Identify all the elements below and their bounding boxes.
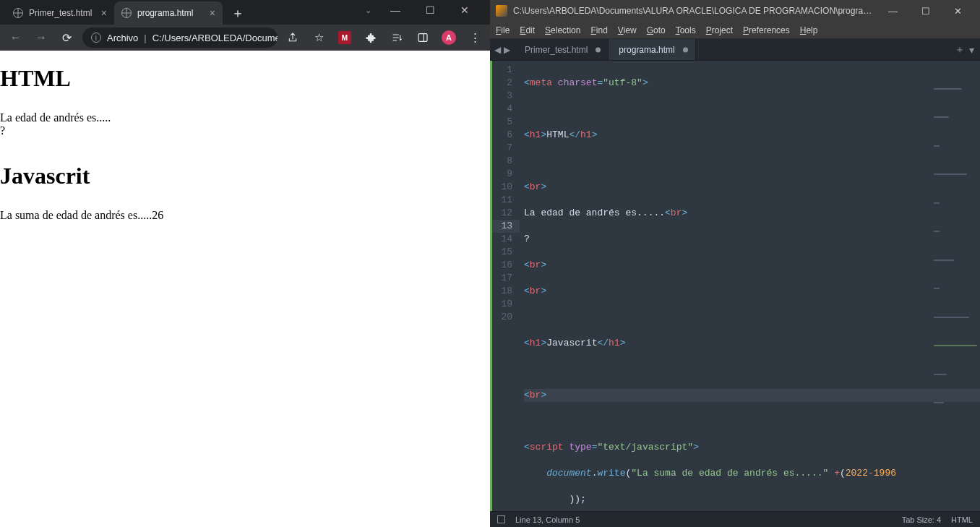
panel-switcher-icon[interactable]	[497, 515, 505, 523]
page-heading-html: HTML	[0, 65, 490, 92]
page-text-line: La suma de edad de andrés es.....26	[0, 209, 490, 222]
page-text-line: La edad de andrés es.....	[0, 111, 490, 124]
minimize-button[interactable]: —	[384, 4, 406, 16]
page-heading-js: Javascrit	[0, 163, 490, 189]
globe-icon	[121, 8, 132, 18]
profile-avatar[interactable]: A	[439, 28, 458, 47]
sublime-menubar: File Edit Selection Find View Goto Tools…	[490, 22, 980, 39]
share-icon[interactable]	[283, 28, 302, 47]
sublime-statusbar: Line 13, Column 5 Tab Size: 4 HTML	[490, 511, 980, 527]
tab-dropdown-button[interactable]: ▾	[969, 44, 974, 56]
page-text-line: ?	[0, 124, 490, 137]
minimap[interactable]	[929, 61, 980, 511]
toolbar-actions: ☆ M A ⋮	[283, 28, 484, 47]
minimize-button[interactable]: —	[877, 6, 909, 17]
code-area[interactable]: <meta charset="utf-8"> <h1>HTML</h1> <br…	[520, 61, 980, 511]
reading-list-icon[interactable]	[387, 28, 406, 47]
tab-history-nav[interactable]: ◀ ▶	[490, 39, 515, 60]
close-button[interactable]: ✕	[454, 4, 476, 16]
extensions-icon[interactable]	[361, 28, 380, 47]
close-icon[interactable]: ×	[101, 8, 107, 18]
chrome-tab-strip: Primer_test.html × programa.html × ＋	[6, 0, 357, 25]
tab-title: programa.html	[137, 8, 204, 18]
menu-preferences[interactable]: Preferences	[743, 25, 790, 35]
menu-find[interactable]: Find	[590, 25, 607, 35]
tab-actions: ＋ ▾	[949, 39, 980, 60]
dirty-indicator-icon	[596, 47, 601, 52]
maximize-button[interactable]: ☐	[909, 6, 942, 17]
tab-title: Primer_test.html	[29, 8, 95, 18]
sublime-tab-2[interactable]: programa.html	[609, 39, 695, 60]
menu-project[interactable]: Project	[706, 25, 733, 35]
menu-edit[interactable]: Edit	[520, 25, 535, 35]
tab-title: Primer_test.html	[525, 45, 588, 55]
chrome-titlebar: Primer_test.html × programa.html × ＋ ⌄ —…	[0, 0, 490, 25]
sidepanel-icon[interactable]	[413, 28, 432, 47]
sublime-logo-icon	[496, 5, 507, 17]
menu-help[interactable]: Help	[800, 25, 818, 35]
reload-button[interactable]: ⟳	[57, 27, 77, 48]
sublime-tab-1[interactable]: Primer_test.html	[515, 39, 609, 60]
omnibox-label: Archivo	[107, 33, 138, 43]
maximize-button[interactable]: ☐	[419, 4, 441, 16]
tab-size[interactable]: Tab Size: 4	[902, 515, 941, 524]
chrome-tab-1[interactable]: Primer_test.html ×	[6, 1, 114, 25]
forward-button[interactable]: →	[31, 27, 51, 48]
tab-title: programa.html	[619, 45, 674, 55]
sublime-title: C:\Users\ARBOLEDA\Documents\ALURA ORACLE…	[513, 6, 877, 16]
syntax-mode[interactable]: HTML	[951, 515, 973, 524]
new-tab-button[interactable]: ＋	[223, 1, 253, 25]
mendeley-extension-icon[interactable]: M	[335, 28, 354, 47]
menu-icon[interactable]: ⋮	[465, 28, 484, 47]
page-content: HTML La edad de andrés es..... ? Javascr…	[0, 51, 490, 527]
menu-file[interactable]: File	[496, 25, 510, 35]
new-tab-button[interactable]: ＋	[955, 43, 965, 56]
chrome-tab-2[interactable]: programa.html ×	[114, 1, 223, 25]
close-button[interactable]: ✕	[942, 6, 974, 17]
sublime-editor[interactable]: 1234567891011121314151617181920 <meta ch…	[490, 61, 980, 511]
bookmark-icon[interactable]: ☆	[309, 28, 328, 47]
cursor-position[interactable]: Line 13, Column 5	[515, 515, 580, 524]
line-number-gutter: 1234567891011121314151617181920	[492, 61, 520, 511]
site-info-icon[interactable]: i	[91, 33, 101, 43]
tab-search-button[interactable]: ⌄	[357, 6, 379, 20]
sublime-window-controls: — ☐ ✕	[877, 6, 974, 17]
menu-selection[interactable]: Selection	[545, 25, 580, 35]
close-icon[interactable]: ×	[210, 8, 215, 18]
back-button[interactable]: ←	[6, 27, 25, 48]
sublime-titlebar: C:\Users\ARBOLEDA\Documents\ALURA ORACLE…	[490, 0, 980, 22]
menu-goto[interactable]: Goto	[647, 25, 666, 35]
dirty-indicator-icon	[683, 47, 688, 52]
menu-view[interactable]: View	[618, 25, 637, 35]
chrome-toolbar: ← → ⟳ i Archivo | C:/Users/ARBOLEDA/Docu…	[0, 25, 490, 51]
svg-rect-0	[418, 34, 427, 42]
chrome-window: Primer_test.html × programa.html × ＋ ⌄ —…	[0, 0, 490, 527]
omnibox-url: C:/Users/ARBOLEDA/Documen…	[152, 33, 278, 43]
globe-icon	[13, 8, 23, 18]
address-bar[interactable]: i Archivo | C:/Users/ARBOLEDA/Documen…	[82, 27, 278, 48]
menu-tools[interactable]: Tools	[676, 25, 696, 35]
sublime-tabbar: ◀ ▶ Primer_test.html programa.html ＋ ▾	[490, 39, 980, 61]
chrome-window-controls: — ☐ ✕	[379, 4, 484, 20]
sublime-window: C:\Users\ARBOLEDA\Documents\ALURA ORACLE…	[490, 0, 980, 527]
